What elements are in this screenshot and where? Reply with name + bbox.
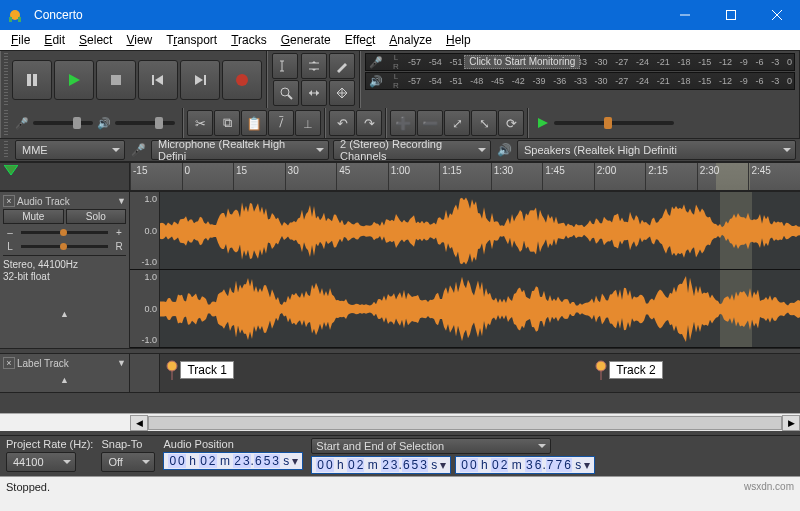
scroll-right-button[interactable]: ▶ <box>782 415 800 431</box>
timeshift-tool-button[interactable] <box>301 80 327 106</box>
grip-handle[interactable] <box>4 141 8 159</box>
record-meter[interactable]: 🎤 LR -57-54-51-48-45-42-39-36-33-30-27-2… <box>365 53 795 71</box>
track-close-button[interactable]: × <box>3 195 15 207</box>
copy-button[interactable]: ⧉ <box>214 110 240 136</box>
menu-tracks[interactable]: Tracks <box>224 31 274 49</box>
edit-toolbar: ✂ ⧉ 📋 ⧶ ⟂ <box>183 108 325 138</box>
svg-rect-1 <box>9 17 12 22</box>
svg-marker-21 <box>312 61 316 63</box>
skip-end-button[interactable] <box>180 60 220 100</box>
cut-button[interactable]: ✂ <box>187 110 213 136</box>
menu-help[interactable]: Help <box>439 31 478 49</box>
track-close-button[interactable]: × <box>3 357 15 369</box>
zoom-toolbar: ➕ ➖ ⤢ ⤡ ⟳ <box>386 108 528 138</box>
paste-button[interactable]: 📋 <box>241 110 267 136</box>
track-name[interactable]: Audio Track <box>17 196 115 207</box>
skip-start-button[interactable] <box>138 60 178 100</box>
timeline-ruler[interactable]: -1501530451:001:151:301:452:002:152:302:… <box>0 163 800 191</box>
audio-host-combo[interactable]: MME <box>15 140 125 160</box>
selection-start-field[interactable]: 00 h 02 m 23.653 s▾ <box>311 456 451 474</box>
pause-button[interactable] <box>12 60 52 100</box>
svg-marker-27 <box>316 90 319 96</box>
tools-toolbar <box>267 51 360 108</box>
play-at-speed-button[interactable] <box>532 113 554 133</box>
recording-device-combo[interactable]: Microphone (Realtek High Defini <box>151 140 329 160</box>
zoom-in-button[interactable]: ➕ <box>390 110 416 136</box>
svg-line-24 <box>288 95 292 99</box>
horizontal-scrollbar[interactable]: ◀ ▶ <box>0 413 800 431</box>
trim-button[interactable]: ⧶ <box>268 110 294 136</box>
selection-mode-combo[interactable]: Start and End of Selection <box>311 438 551 454</box>
menu-select[interactable]: Select <box>72 31 119 49</box>
waveform-channel-right[interactable]: 1.00.0-1.0 <box>130 270 800 348</box>
fit-selection-button[interactable]: ⤢ <box>444 110 470 136</box>
draw-tool-button[interactable] <box>329 53 355 79</box>
scroll-left-button[interactable]: ◀ <box>130 415 148 431</box>
menu-edit[interactable]: Edit <box>37 31 72 49</box>
track-format-info: Stereo, 44100Hz 32-bit float <box>3 259 126 283</box>
audio-track: × Audio Track ▼ Mute Solo – + L R Stereo… <box>0 191 800 349</box>
menubar: File Edit Select View Transport Tracks G… <box>0 30 800 50</box>
menu-transport[interactable]: Transport <box>159 31 224 49</box>
mute-button[interactable]: Mute <box>3 209 64 224</box>
pinned-play-head-icon[interactable] <box>4 165 18 177</box>
label-text[interactable]: Track 1 <box>180 361 234 379</box>
stop-button[interactable] <box>96 60 136 100</box>
track-name[interactable]: Label Track <box>17 358 115 369</box>
audio-track-body[interactable]: 1.00.0-1.0 1.00.0-1.0 <box>130 192 800 348</box>
audio-position-field[interactable]: 00 h 02 m 23.653 s▾ <box>163 452 303 470</box>
label-text[interactable]: Track 2 <box>609 361 663 379</box>
gain-slider[interactable] <box>21 231 108 234</box>
scroll-track[interactable] <box>148 415 782 431</box>
pan-slider[interactable] <box>21 245 108 248</box>
grip-handle[interactable] <box>4 53 8 106</box>
label-pin-icon <box>166 360 178 380</box>
playback-volume-slider[interactable] <box>115 121 175 125</box>
track-area: × Audio Track ▼ Mute Solo – + L R Stereo… <box>0 191 800 413</box>
minimize-button[interactable] <box>662 0 708 30</box>
label-track-body[interactable]: Track 1Track 2 <box>130 354 800 392</box>
close-button[interactable] <box>754 0 800 30</box>
multi-tool-button[interactable] <box>329 80 355 106</box>
menu-view[interactable]: View <box>119 31 159 49</box>
recording-channels-combo[interactable]: 2 (Stereo) Recording Channels <box>333 140 491 160</box>
envelope-tool-button[interactable] <box>301 53 327 79</box>
track-collapse-button[interactable]: ▲ <box>3 375 126 385</box>
zoom-out-button[interactable]: ➖ <box>417 110 443 136</box>
playback-meter[interactable]: 🔊 LR -57-54-51-48-45-42-39-36-33-30-27-2… <box>365 72 795 90</box>
menu-generate[interactable]: Generate <box>274 31 338 49</box>
selection-end-field[interactable]: 00 h 02 m 36.776 s▾ <box>455 456 595 474</box>
menu-effect[interactable]: Effect <box>338 31 382 49</box>
playback-device-combo[interactable]: Speakers (Realtek High Definiti <box>517 140 796 160</box>
play-button[interactable] <box>54 60 94 100</box>
track-menu-button[interactable]: ▼ <box>117 196 126 206</box>
waveform-channel-left[interactable]: 1.00.0-1.0 <box>130 192 800 270</box>
grip-handle[interactable] <box>4 110 8 136</box>
rec-meter-tooltip[interactable]: Click to Start Monitoring <box>464 55 580 69</box>
playatspeed-toolbar <box>528 108 800 138</box>
fit-project-button[interactable]: ⤡ <box>471 110 497 136</box>
menu-file[interactable]: File <box>4 31 37 49</box>
label-marker[interactable]: Track 2 <box>595 360 663 380</box>
undo-button[interactable]: ↶ <box>329 110 355 136</box>
project-rate-combo[interactable]: 44100 <box>6 452 76 472</box>
selection-tool-button[interactable] <box>272 53 298 79</box>
svg-point-33 <box>167 361 177 371</box>
menu-analyze[interactable]: Analyze <box>382 31 439 49</box>
solo-button[interactable]: Solo <box>66 209 127 224</box>
silence-button[interactable]: ⟂ <box>295 110 321 136</box>
track-menu-button[interactable]: ▼ <box>117 358 126 368</box>
playback-speed-slider[interactable] <box>554 121 674 125</box>
maximize-button[interactable] <box>708 0 754 30</box>
undo-toolbar: ↶ ↷ <box>325 108 386 138</box>
zoom-toggle-button[interactable]: ⟳ <box>498 110 524 136</box>
track-collapse-button[interactable]: ▲ <box>3 309 126 319</box>
label-marker[interactable]: Track 1 <box>166 360 234 380</box>
snap-to-combo[interactable]: Off <box>101 452 155 472</box>
redo-button[interactable]: ↷ <box>356 110 382 136</box>
svg-marker-31 <box>538 118 548 128</box>
record-volume-slider[interactable] <box>33 121 93 125</box>
svg-rect-8 <box>33 74 37 86</box>
zoom-tool-button[interactable] <box>273 80 299 106</box>
record-button[interactable] <box>222 60 262 100</box>
